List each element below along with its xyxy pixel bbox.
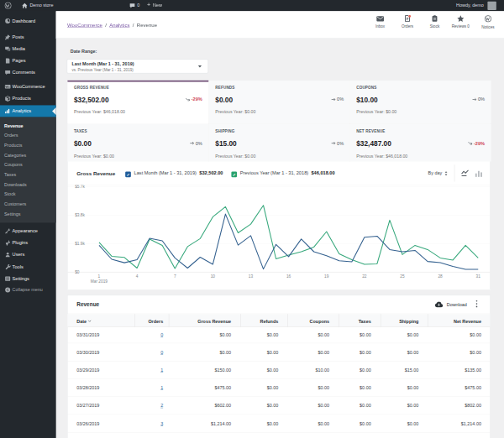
svg-text:25: 25 xyxy=(400,274,405,279)
svg-text:10: 10 xyxy=(211,274,216,279)
svg-text:$0: $0 xyxy=(75,270,80,274)
svg-text:13: 13 xyxy=(249,274,254,279)
svg-text:$1.9k: $1.9k xyxy=(75,242,85,246)
svg-text:7: 7 xyxy=(174,274,176,279)
svg-text:1: 1 xyxy=(98,274,101,279)
svg-text:31: 31 xyxy=(476,274,481,279)
svg-text:Mar 2019: Mar 2019 xyxy=(91,280,108,284)
svg-text:$5.7k: $5.7k xyxy=(75,185,85,189)
svg-text:4: 4 xyxy=(136,274,139,279)
svg-text:19: 19 xyxy=(324,274,329,279)
svg-text:22: 22 xyxy=(362,274,367,279)
svg-text:28: 28 xyxy=(438,274,443,279)
svg-text:$3.8k: $3.8k xyxy=(75,213,85,217)
svg-text:16: 16 xyxy=(286,274,291,279)
